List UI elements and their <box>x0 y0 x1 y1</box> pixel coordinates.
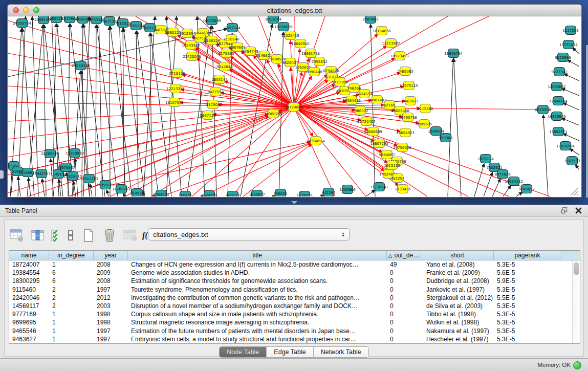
svg-text:16961758: 16961758 <box>301 52 320 56</box>
tab-edge-table[interactable]: Edge Table <box>267 347 313 357</box>
zoom-window-icon[interactable] <box>33 7 39 13</box>
graph-node[interactable]: 16210643 <box>548 112 566 121</box>
graph-node[interactable]: 8215958 <box>535 105 551 114</box>
panel-collapse-handle[interactable] <box>0 170 4 179</box>
network-canvas[interactable]: 2435572420691406106532871527602646616010… <box>8 16 580 196</box>
tab-network-table[interactable]: Network Table <box>314 347 368 357</box>
svg-text:9777169: 9777169 <box>332 80 347 84</box>
table-cell: 0 <box>387 319 421 326</box>
graph-node[interactable]: 79756928 <box>393 143 411 152</box>
graph-node[interactable]: 1117203 <box>562 26 578 35</box>
graph-node[interactable]: 2087682 <box>362 16 378 24</box>
graph-node[interactable]: 8867110 <box>200 111 215 120</box>
graph-node[interactable]: 1133077 <box>249 190 265 197</box>
graph-node[interactable]: 765401 <box>179 191 192 197</box>
close-icon[interactable] <box>575 207 582 216</box>
graph-node[interactable]: 18807293 <box>370 139 388 148</box>
svg-text:79756928: 79756928 <box>393 146 411 150</box>
graph-node[interactable]: 15720407 <box>357 117 376 126</box>
graph-node[interactable]: 993380 <box>439 134 453 142</box>
scrollbar-thumb[interactable] <box>574 262 579 275</box>
table-row[interactable]: 1456911722003Disruption of a novel membe… <box>9 302 573 310</box>
table-row[interactable]: 946362711997Embryonic stem cells: a mode… <box>9 335 573 343</box>
graph-node[interactable]: 11325419 <box>281 31 299 40</box>
minimize-window-icon[interactable] <box>23 7 29 13</box>
graph-node[interactable]: 2803144 <box>211 75 228 84</box>
table-row[interactable]: 1872400712008Changes of HCN gene express… <box>9 260 573 269</box>
graph-node[interactable]: 842267 <box>322 188 336 197</box>
splitter-handle[interactable] <box>291 201 297 204</box>
column-header-pagerank[interactable]: pagerank <box>494 251 561 260</box>
graph-node[interactable]: 7485063 <box>397 67 413 76</box>
graph-node[interactable]: 8813054 <box>265 16 281 24</box>
table-row[interactable]: 969969511998Structural magnetic resonanc… <box>9 318 573 326</box>
graph-node[interactable]: 16033809 <box>203 16 221 25</box>
graph-node[interactable]: 12093882 <box>548 82 566 91</box>
table-row[interactable]: 977716911998Corpus callosum shape and si… <box>9 310 573 318</box>
graph-node[interactable]: 16961758 <box>301 49 320 58</box>
column-header-year[interactable]: year <box>94 251 128 260</box>
svg-text:9227342: 9227342 <box>551 70 567 74</box>
table-row[interactable]: 2242004622012Investigating the contribut… <box>9 294 573 302</box>
graph-node[interactable]: 452254 <box>391 174 405 183</box>
graph-node[interactable]: 1478223 <box>296 191 312 197</box>
graph-node[interactable]: 9227342 <box>551 68 567 76</box>
graph-node[interactable]: 1733426 <box>395 185 411 193</box>
graph-node[interactable]: 16654923 <box>396 128 415 137</box>
float-window-icon[interactable] <box>561 207 568 216</box>
new-column-icon[interactable] <box>80 227 97 244</box>
graph-node[interactable]: 8899695 <box>416 120 432 128</box>
graph-node[interactable]: 980112 <box>226 191 240 197</box>
table-row[interactable]: 1938455462009Genome-wide association stu… <box>9 269 573 277</box>
graph-node[interactable]: 8427552 <box>207 87 223 96</box>
column-header-in_degree[interactable]: in_degree <box>49 251 94 260</box>
graph-node[interactable]: 1624055 <box>201 191 217 197</box>
window-titlebar[interactable]: citations_edges.txt <box>8 5 581 16</box>
graph-node[interactable]: 9115460 <box>417 104 433 113</box>
graph-node[interactable]: 917004 <box>206 100 220 109</box>
table-row[interactable]: 911546021997Tourette syndrome. Phenomeno… <box>9 286 573 294</box>
graph-node[interactable]: 1250966 <box>339 185 356 194</box>
graph-node[interactable]: 12213333 <box>166 84 185 93</box>
tab-node-table[interactable]: Node Table <box>220 347 267 357</box>
table-row[interactable]: 946554611997Estimation of the future num… <box>9 327 573 335</box>
table-settings-icon[interactable] <box>9 227 25 244</box>
graph-node[interactable]: 17016504 <box>556 142 575 150</box>
delete-column-icon[interactable] <box>101 227 118 244</box>
graph-node[interactable]: 12975115 <box>400 81 418 90</box>
column-header-out_de[interactable]: △out_de… <box>387 251 421 260</box>
svg-text:17359928: 17359928 <box>66 151 84 156</box>
graph-node[interactable]: 15751074 <box>559 40 578 49</box>
delete-table-icon[interactable] <box>122 227 139 244</box>
memory-ok-indicator[interactable] <box>573 361 581 369</box>
graph-node[interactable]: 9463627 <box>402 97 418 105</box>
row-height-icon[interactable] <box>66 227 76 244</box>
vertical-scrollbar[interactable] <box>572 260 579 343</box>
table-row[interactable]: 1830029562008Estimation of significance … <box>9 277 573 285</box>
graph-node[interactable]: 17957223 <box>80 174 98 183</box>
graph-node[interactable]: 9245652 <box>518 185 534 193</box>
graph-node[interactable]: 10688609 <box>364 127 382 136</box>
table-selector-dropdown[interactable]: citations_edges.txt ▲▼ <box>148 228 350 240</box>
graph-node[interactable]: 19218596 <box>274 23 293 31</box>
resize-grip[interactable] <box>571 188 578 195</box>
select-columns-icon[interactable] <box>30 227 46 244</box>
graph-node[interactable]: 62160 <box>384 101 395 110</box>
graph-node[interactable]: 10654112 <box>505 177 523 186</box>
select-rows-icon[interactable] <box>51 227 61 244</box>
graph-node[interactable]: 16154838 <box>373 27 391 35</box>
column-header-short[interactable]: short <box>421 251 494 260</box>
graph-node[interactable]: 24355724 <box>13 19 31 28</box>
graph-node[interactable]: 16782753 <box>112 185 130 193</box>
graph-node[interactable]: 15136141 <box>370 183 388 191</box>
close-window-icon[interactable] <box>13 7 19 13</box>
graph-node[interactable]: 7955812 <box>311 57 327 66</box>
column-header-title[interactable]: title <box>128 251 387 260</box>
graph-node[interactable]: 936520 <box>274 189 288 197</box>
graph-node[interactable]: 1935114 <box>477 155 494 163</box>
graph-node[interactable]: 914552 <box>130 189 144 197</box>
graph-node[interactable]: 16648784 <box>444 49 463 58</box>
column-header-name[interactable]: name <box>9 251 49 260</box>
citation-network-graph[interactable]: 2435572420691406106532871527602646616010… <box>8 16 580 196</box>
graph-node[interactable]: 1167533 <box>564 157 580 165</box>
